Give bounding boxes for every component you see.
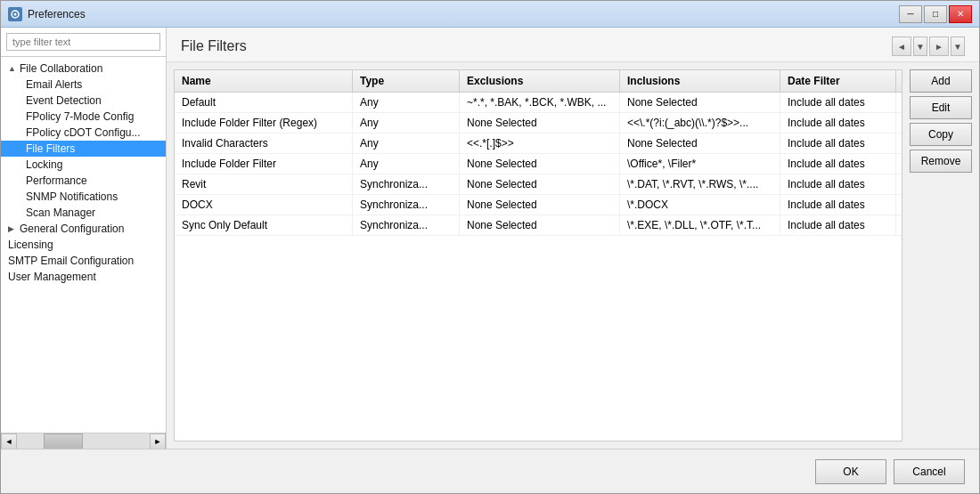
sidebar-item-fpolicy-7mode[interactable]: FPolicy 7-Mode Config	[1, 109, 166, 125]
cell-date-filter: Include all dates	[780, 215, 896, 235]
cell-size-filter: None	[896, 93, 902, 112]
scroll-thumb	[44, 433, 84, 449]
copy-button[interactable]: Copy	[910, 123, 972, 146]
sidebar-item-label: SNMP Notifications	[26, 190, 118, 203]
cell-inclusions: \*.DAT, \*.RVT, \*.RWS, \*....	[620, 174, 780, 194]
sidebar-item-event-detection[interactable]: Event Detection	[1, 93, 166, 109]
expand-icon: ▲	[8, 64, 17, 73]
sidebar-item-label: Locking	[26, 158, 62, 171]
maximize-button[interactable]: □	[924, 5, 947, 23]
cell-date-filter: Include all dates	[780, 134, 896, 153]
cell-inclusions: \*.DOCX	[620, 195, 780, 215]
cell-exclusions: None Selected	[460, 215, 620, 235]
nav-back-btn[interactable]: ◄	[892, 36, 911, 56]
cell-size-filter: None	[896, 134, 902, 153]
close-button[interactable]: ✕	[949, 5, 972, 23]
cell-size-filter: None	[896, 174, 902, 194]
cell-name: Revit	[175, 174, 353, 194]
cell-size-filter: None	[896, 113, 902, 133]
table-row[interactable]: Include Folder Filter (Regex) Any None S…	[175, 113, 902, 134]
minimize-button[interactable]: ─	[899, 5, 922, 23]
expand-icon: ▶	[8, 224, 17, 233]
cell-exclusions: ~*.*, *.BAK, *.BCK, *.WBK, ...	[460, 93, 620, 112]
panel-body: Name Type Exclusions Inclusions Date Fil…	[167, 62, 979, 449]
table-row[interactable]: Revit Synchroniza... None Selected \*.DA…	[175, 174, 902, 195]
nav-forward-dropdown-btn[interactable]: ▼	[951, 36, 965, 56]
sidebar-item-user-management[interactable]: User Management	[1, 269, 166, 285]
table-row[interactable]: Invalid Characters Any <<.*[.]$>> None S…	[175, 134, 902, 154]
window-title: Preferences	[28, 8, 86, 20]
cell-inclusions: <<\.*(?i:(_abc)(\\.*)?$>>...	[620, 113, 780, 133]
cell-date-filter: Include all dates	[780, 195, 896, 215]
panel-header: File Filters ◄ ▼ ► ▼	[167, 28, 979, 62]
col-exclusions: Exclusions	[460, 70, 620, 92]
cell-size-filter: None	[896, 154, 902, 174]
cell-name: DOCX	[175, 195, 353, 215]
sidebar-item-smtp-email[interactable]: SMTP Email Configuration	[1, 253, 166, 269]
cell-date-filter: Include all dates	[780, 174, 896, 194]
sidebar-item-label: Licensing	[8, 239, 53, 251]
sidebar-item-label: File Filters	[26, 142, 75, 155]
sidebar-item-file-collaboration[interactable]: ▲ File Collaboration	[1, 61, 166, 77]
cancel-button[interactable]: Cancel	[894, 459, 965, 484]
sidebar-item-file-filters[interactable]: File Filters	[1, 141, 166, 157]
sidebar-item-performance[interactable]: Performance	[1, 173, 166, 189]
table-row[interactable]: DOCX Synchroniza... None Selected \*.DOC…	[175, 195, 902, 215]
nav-back-dropdown-btn[interactable]: ▼	[913, 36, 927, 56]
scroll-left-btn[interactable]: ◄	[1, 433, 17, 449]
cell-date-filter: Include all dates	[780, 93, 896, 112]
cell-date-filter: Include all dates	[780, 154, 896, 174]
table-row[interactable]: Sync Only Default Synchroniza... None Se…	[175, 215, 902, 236]
sidebar-item-fpolicy-cdot[interactable]: FPolicy cDOT Configu...	[1, 125, 166, 141]
app-icon	[8, 7, 22, 21]
sidebar-tree: ▲ File Collaboration Email Alerts Event …	[1, 57, 166, 433]
nav-forward-btn[interactable]: ►	[929, 36, 949, 56]
sidebar-item-label: User Management	[8, 271, 96, 283]
col-name: Name	[175, 70, 353, 92]
cell-size-filter: None	[896, 215, 902, 235]
cell-type: Any	[353, 134, 460, 153]
cell-type: Synchroniza...	[353, 174, 460, 194]
sidebar-item-general-config[interactable]: ▶ General Configuration	[1, 221, 166, 237]
cell-inclusions: \Office*, \Filer*	[620, 154, 780, 174]
table-body: Default Any ~*.*, *.BAK, *.BCK, *.WBK, .…	[175, 93, 902, 441]
file-filters-table: Name Type Exclusions Inclusions Date Fil…	[174, 69, 902, 441]
cell-inclusions: \*.EXE, \*.DLL, \*.OTF, \*.T...	[620, 215, 780, 235]
add-button[interactable]: Add	[910, 69, 972, 93]
cell-exclusions: None Selected	[460, 174, 620, 194]
cell-exclusions: <<.*[.]$>>	[460, 134, 620, 153]
cell-type: Synchroniza...	[353, 215, 460, 235]
edit-button[interactable]: Edit	[910, 96, 972, 119]
table-header: Name Type Exclusions Inclusions Date Fil…	[175, 70, 902, 93]
sidebar-item-scan-manager[interactable]: Scan Manager	[1, 205, 166, 221]
sidebar-item-locking[interactable]: Locking	[1, 157, 166, 173]
cell-exclusions: None Selected	[460, 195, 620, 215]
cell-type: Synchroniza...	[353, 195, 460, 215]
sidebar-filter-area	[1, 28, 166, 57]
cell-type: Any	[353, 154, 460, 174]
panel-title: File Filters	[181, 38, 247, 54]
sidebar-item-snmp[interactable]: SNMP Notifications	[1, 189, 166, 205]
cell-name: Invalid Characters	[175, 134, 353, 153]
cell-name: Default	[175, 93, 353, 112]
filter-input[interactable]	[6, 33, 160, 51]
scroll-right-btn[interactable]: ►	[150, 433, 166, 449]
titlebar: Preferences ─ □ ✕	[1, 1, 979, 28]
col-date-filter: Date Filter	[780, 70, 896, 92]
sidebar-item-label: FPolicy 7-Mode Config	[26, 110, 134, 123]
sidebar-item-email-alerts[interactable]: Email Alerts	[1, 77, 166, 93]
scroll-track[interactable]	[17, 433, 150, 449]
sidebar-item-label: Event Detection	[26, 94, 102, 107]
cell-inclusions: None Selected	[620, 134, 780, 153]
sidebar-scrollbar: ◄ ►	[1, 433, 166, 449]
col-inclusions: Inclusions	[620, 70, 780, 92]
sidebar-item-licensing[interactable]: Licensing	[1, 237, 166, 253]
ok-button[interactable]: OK	[815, 459, 886, 484]
cell-inclusions: None Selected	[620, 93, 780, 112]
main-content: ▲ File Collaboration Email Alerts Event …	[1, 28, 979, 449]
sidebar: ▲ File Collaboration Email Alerts Event …	[1, 28, 167, 449]
table-row[interactable]: Include Folder Filter Any None Selected …	[175, 154, 902, 174]
sidebar-item-label: Performance	[26, 174, 87, 187]
table-row[interactable]: Default Any ~*.*, *.BAK, *.BCK, *.WBK, .…	[175, 93, 902, 113]
remove-button[interactable]: Remove	[910, 150, 972, 173]
